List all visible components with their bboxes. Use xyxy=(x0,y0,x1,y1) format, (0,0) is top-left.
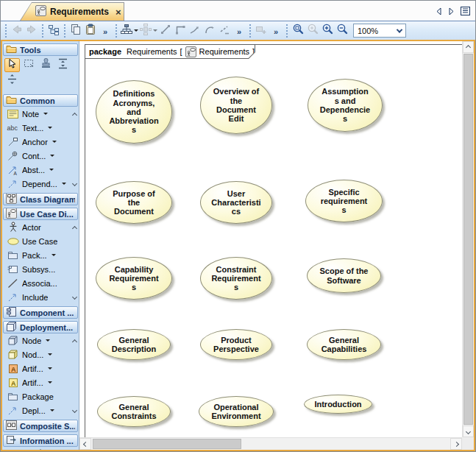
use-case-node-overview-of-the-document-edit[interactable]: Overview oftheDocumentEdit xyxy=(200,77,272,134)
palette-section-common[interactable]: Common xyxy=(3,94,78,107)
use-case-node-definitions-acronyms-and-abbreviations[interactable]: DefinitionsAcronyms,andAbbreviations xyxy=(96,80,172,144)
dropdown-arrow-icon[interactable] xyxy=(50,155,54,157)
palette-item-text[interactable]: abcText... xyxy=(2,121,79,135)
dropdown-arrow-icon[interactable] xyxy=(50,409,54,412)
rectilinear-path-button[interactable] xyxy=(173,23,188,39)
palette-item-depend[interactable]: Depend... xyxy=(2,177,79,191)
zoom-level-combobox[interactable]: 100% xyxy=(353,24,406,38)
clipboard-overflow-button[interactable]: » xyxy=(98,23,113,39)
palette-item-artif[interactable]: AArtif... xyxy=(2,361,79,375)
dropdown-arrow-icon[interactable] xyxy=(153,29,157,32)
dropdown-arrow-icon[interactable] xyxy=(48,381,52,384)
tab-close-icon[interactable]: × xyxy=(116,7,121,18)
stamp-tool-button[interactable] xyxy=(38,58,54,72)
palette-scroll-down-icon[interactable] xyxy=(73,178,77,187)
palette-item-subsys[interactable]: Subsys... xyxy=(2,262,79,276)
palette-item-artif[interactable]: AArtif... xyxy=(2,375,79,389)
palette-item-abst[interactable]: AAbst... xyxy=(2,163,79,177)
palette-item-use-case[interactable]: Use Case xyxy=(2,234,79,248)
palette-section-tools[interactable]: Tools xyxy=(3,43,78,56)
next-tab-icon[interactable] xyxy=(448,7,455,15)
vertical-scrollbar-thumb[interactable] xyxy=(463,54,473,425)
palette-item-include[interactable]: Include xyxy=(2,290,79,304)
palette-item-anchor[interactable]: Anchor xyxy=(2,135,79,149)
palette-section-component[interactable]: Component ... xyxy=(3,306,78,319)
select-tool-button[interactable] xyxy=(4,58,20,72)
palette-section-class-diagram[interactable]: Class Diagram xyxy=(3,193,78,205)
palette-section-deployment[interactable]: Deployment... xyxy=(3,321,78,333)
dropdown-arrow-icon[interactable] xyxy=(43,113,48,115)
align-tool-button[interactable] xyxy=(4,74,20,88)
sticky-selection-tool-button[interactable] xyxy=(21,58,37,72)
use-case-node-user-characteristics[interactable]: UserCharacteristics xyxy=(200,181,272,224)
autosize-button[interactable] xyxy=(254,23,269,39)
palette-item-associa[interactable]: Associa... xyxy=(2,276,79,290)
palette-scroll-up-button[interactable] xyxy=(2,447,79,450)
use-case-node-operational-environment[interactable]: OperationalEnvironment xyxy=(199,396,274,427)
palette-item-package[interactable]: Package xyxy=(2,389,79,403)
layout-button[interactable] xyxy=(120,23,139,39)
paths-overflow-button[interactable]: » xyxy=(232,23,246,39)
vertical-scrollbar[interactable] xyxy=(462,41,474,437)
palette-item-note[interactable]: Note xyxy=(2,107,79,121)
zoom-out-button[interactable] xyxy=(335,23,349,39)
palette-section-use-case-di[interactable]: Use Case Di... xyxy=(3,208,78,220)
dropdown-arrow-icon[interactable] xyxy=(48,367,52,370)
quick-layout-button[interactable] xyxy=(139,23,158,39)
use-case-node-product-perspective[interactable]: ProductPerspective xyxy=(200,329,272,360)
distribute-tool-button[interactable] xyxy=(55,58,71,72)
back-button[interactable] xyxy=(10,23,24,39)
use-case-node-general-constraints[interactable]: GeneralConstraints xyxy=(97,396,171,427)
use-case-node-general-capabilities[interactable]: GeneralCapabilities xyxy=(307,329,381,360)
prev-tab-icon[interactable] xyxy=(436,7,442,15)
oblique-path-button[interactable] xyxy=(158,23,173,39)
use-case-node-scope-of-the-software[interactable]: Scope of theSoftware xyxy=(307,258,381,293)
palette-item-cont[interactable]: Cont... xyxy=(2,149,79,163)
dropdown-arrow-icon[interactable] xyxy=(134,29,138,32)
horizontal-scrollbar-left-button[interactable] xyxy=(79,438,91,450)
palette-item-depl[interactable]: Depl... xyxy=(2,403,79,417)
forward-button[interactable] xyxy=(24,23,39,39)
palette-scroll-down-icon[interactable] xyxy=(73,292,77,300)
palette-item-pack[interactable]: Pack... xyxy=(2,248,79,262)
palette-scroll-up-icon[interactable] xyxy=(73,336,77,345)
use-case-node-assumptions-and-dependencies[interactable]: Assumptions andDependencies xyxy=(308,79,383,132)
copy-button[interactable] xyxy=(68,23,83,39)
dropdown-arrow-icon[interactable] xyxy=(62,183,66,185)
zoom-region-button[interactable] xyxy=(291,23,305,39)
palette-scroll-down-icon[interactable] xyxy=(73,405,77,414)
zoom-fit-button[interactable] xyxy=(305,23,320,39)
use-case-node-capability-requirements[interactable]: CapabilityRequirements xyxy=(96,257,172,300)
curve-path-button[interactable] xyxy=(202,23,217,39)
tab-list-icon[interactable] xyxy=(461,7,470,15)
vertical-scrollbar-down-button[interactable] xyxy=(463,425,474,437)
palette-item-actor[interactable]: Actor xyxy=(2,220,79,234)
palette-section-composite-s[interactable]: Composite S... xyxy=(3,420,78,432)
use-case-node-general-description[interactable]: GeneralDescription xyxy=(97,329,171,360)
use-case-node-constraint-requirements[interactable]: ConstraintRequirements xyxy=(200,257,272,300)
palette-item-nod[interactable]: Nod... xyxy=(2,347,79,361)
use-case-node-purpose-of-the-document[interactable]: Purpose oftheDocument xyxy=(96,181,172,224)
use-case-node-specific-requirements[interactable]: Specificrequirements xyxy=(305,180,383,222)
dropdown-arrow-icon[interactable] xyxy=(46,339,50,342)
diagram-canvas[interactable]: package Requirements [ Requirements ] De… xyxy=(79,41,474,450)
show-containment-button[interactable] xyxy=(46,23,61,39)
dropdown-arrow-icon[interactable] xyxy=(48,353,52,356)
dropdown-arrow-icon[interactable] xyxy=(49,169,54,171)
palette-scroll-up-icon[interactable] xyxy=(73,110,77,119)
horizontal-scrollbar[interactable] xyxy=(79,437,462,450)
paste-button[interactable] xyxy=(83,23,98,39)
zoom-in-button[interactable] xyxy=(320,23,335,39)
dashed-path-button[interactable] xyxy=(217,23,232,39)
dropdown-arrow-icon[interactable] xyxy=(51,254,56,256)
use-case-node-introduction[interactable]: Introduction xyxy=(304,395,372,414)
bezier-path-button[interactable] xyxy=(188,23,202,39)
dropdown-arrow-icon[interactable] xyxy=(48,127,52,129)
horizontal-scrollbar-thumb[interactable] xyxy=(93,439,241,449)
palette-item-node[interactable]: Node xyxy=(2,333,79,347)
dropdown-arrow-icon[interactable] xyxy=(52,141,57,143)
palette-scroll-up-icon[interactable] xyxy=(73,223,77,232)
resize-overflow-button[interactable]: » xyxy=(269,23,283,39)
tab-requirements[interactable]: Requirements × xyxy=(20,2,124,21)
palette-section-information[interactable]: Information ... xyxy=(3,434,78,447)
